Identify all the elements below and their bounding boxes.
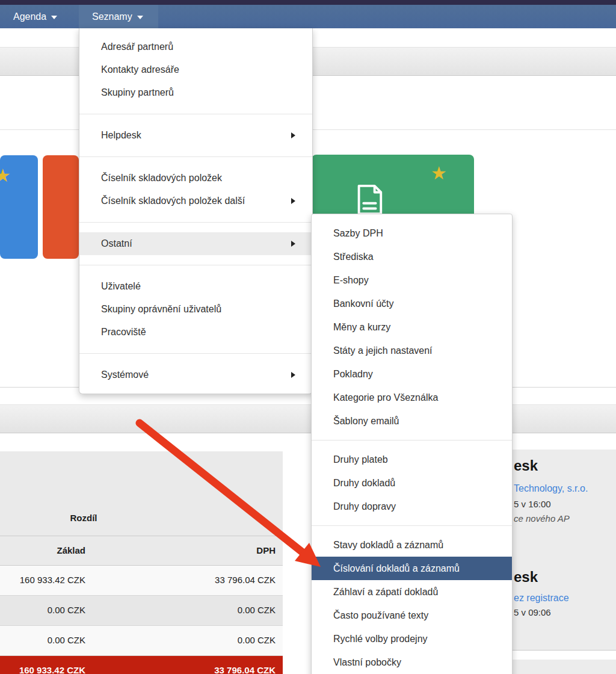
- submenu-item-staty-a-jejich-nastaveni[interactable]: Státy a jejich nastavení: [312, 339, 512, 362]
- table-total-cell: 160 933.42 CZK: [0, 656, 85, 674]
- helpdesk-card-link[interactable]: Technology, s.r.o.: [514, 483, 588, 494]
- menu-item-ostatni[interactable]: Ostatní: [79, 232, 312, 255]
- table-header-row: Základ DPH: [0, 536, 283, 566]
- helpdesk-card-link[interactable]: ez registrace: [514, 593, 569, 604]
- menu-item-label: Číselník skladových položek další: [101, 196, 245, 206]
- menu-item-pracoviste[interactable]: Pracoviště: [79, 321, 312, 344]
- table-total-row: 160 933.42 CZK 33 796.04 CZK: [0, 656, 283, 674]
- table-row: 0.00 CZK 0.00 CZK: [0, 626, 283, 656]
- table-cell: 0.00 CZK: [0, 596, 85, 626]
- helpdesk-card-title: esk: [514, 569, 538, 586]
- table-total-cell: 33 796.04 CZK: [90, 656, 276, 674]
- menu-divider: [79, 156, 312, 157]
- submenu-item-kategorie-pro-vseznalka[interactable]: Kategorie pro Všeználka: [312, 386, 512, 409]
- menu-divider: [79, 353, 312, 354]
- dashboard-tile-blue[interactable]: ★: [0, 155, 38, 259]
- submenu-arrow-icon: [291, 132, 295, 138]
- navbar-item-agenda[interactable]: Agenda: [0, 5, 70, 28]
- submenu-item-vlastni-pobocky[interactable]: Vlastní pobočky: [312, 651, 512, 674]
- menu-divider: [312, 440, 512, 441]
- submenu-item-cislovani-dokladu-a-zaznamu[interactable]: Číslování dokladů a záznamů: [312, 557, 512, 580]
- submenu-item-sablony-emailu[interactable]: Šablony emailů: [312, 409, 512, 433]
- submenu-arrow-icon: [291, 372, 295, 378]
- submenu-arrow-icon: [291, 241, 295, 247]
- menu-item-skupiny-opravneni-uzivatelu[interactable]: Skupiny oprávnění uživatelů: [79, 298, 312, 321]
- submenu-item-sazby-dph[interactable]: Sazby DPH: [312, 221, 512, 245]
- table-cell: 0.00 CZK: [0, 626, 85, 656]
- ostatni-submenu: Sazby DPH Střediska E-shopy Bankovní účt…: [311, 214, 513, 674]
- table-cell: 0.00 CZK: [90, 596, 276, 626]
- caret-down-icon: [137, 16, 143, 19]
- menu-item-label: Systémové: [101, 369, 149, 380]
- table-row: 160 933.42 CZK 33 796.04 CZK: [0, 566, 283, 596]
- submenu-item-druhy-dopravy[interactable]: Druhy dopravy: [312, 495, 512, 518]
- submenu-item-rychle-volby-prodejny[interactable]: Rychlé volby prodejny: [312, 627, 512, 651]
- menu-item-kontakty-adresare[interactable]: Kontakty adresáře: [79, 58, 312, 81]
- submenu-item-pokladny[interactable]: Pokladny: [312, 362, 512, 386]
- menu-item-ciselnik-skladovych-polozek[interactable]: Číselník skladových položek: [79, 167, 312, 190]
- helpdesk-card-note: ce nového AP: [514, 513, 570, 524]
- table-cell: 33 796.04 CZK: [90, 566, 276, 596]
- submenu-item-druhy-dokladu[interactable]: Druhy dokladů: [312, 471, 512, 495]
- helpdesk-card-time: 5 v 16:00: [514, 499, 551, 509]
- submenu-item-strediska[interactable]: Střediska: [312, 245, 512, 268]
- column-header-zaklad: Základ: [0, 536, 85, 566]
- menu-divider: [79, 114, 312, 114]
- menu-divider: [312, 525, 512, 526]
- helpdesk-cards-area: esk Technology, s.r.o. 5 v 16:00 ce nové…: [513, 450, 616, 674]
- menu-item-helpdesk[interactable]: Helpdesk: [79, 124, 312, 147]
- table-cell: 160 933.42 CZK: [0, 566, 85, 596]
- navbar-top-strip: [0, 0, 616, 5]
- menu-item-ciselnik-skladovych-polozek-dalsi[interactable]: Číselník skladových položek další: [79, 190, 312, 212]
- submenu-item-bankovni-ucty[interactable]: Bankovní účty: [312, 292, 512, 315]
- helpdesk-card-title: esk: [514, 457, 538, 474]
- star-icon: ★: [431, 164, 447, 182]
- menu-item-uzivatele[interactable]: Uživatelé: [79, 275, 312, 298]
- dashboard-tile-orange[interactable]: [43, 155, 79, 259]
- helpdesk-card-time: 5 v 09:06: [514, 607, 551, 617]
- top-navbar: Agenda Seznamy: [0, 0, 616, 28]
- submenu-item-druhy-plateb[interactable]: Druhy plateb: [312, 448, 512, 471]
- submenu-item-e-shopy[interactable]: E-shopy: [312, 268, 512, 292]
- table-cell: 0.00 CZK: [90, 626, 276, 656]
- table-group-header: Rozdíl: [0, 513, 167, 523]
- submenu-item-stavy-dokladu-a-zaznamu[interactable]: Stavy dokladů a záznamů: [312, 533, 512, 557]
- seznamy-dropdown-menu: Adresář partnerů Kontakty adresáře Skupi…: [79, 28, 313, 394]
- menu-item-label: Ostatní: [101, 238, 132, 249]
- menu-item-skupiny-partneru[interactable]: Skupiny partnerů: [79, 81, 312, 104]
- column-header-dph: DPH: [90, 536, 276, 566]
- table-row: 0.00 CZK 0.00 CZK: [0, 596, 283, 626]
- menu-divider: [79, 222, 312, 223]
- navbar-item-label: Agenda: [13, 11, 46, 22]
- star-icon: ★: [0, 167, 11, 185]
- navbar-item-seznamy[interactable]: Seznamy: [79, 5, 158, 28]
- menu-item-adresar-partneru[interactable]: Adresář partnerů: [79, 36, 312, 58]
- card-gap: [513, 650, 616, 660]
- submenu-item-casto-pouzivane-texty[interactable]: Často používané texty: [312, 604, 512, 627]
- submenu-item-meny-a-kurzy[interactable]: Měny a kurzy: [312, 315, 512, 339]
- submenu-item-zahlavi-a-zapati-dokladu[interactable]: Záhlaví a zápatí dokladů: [312, 580, 512, 604]
- caret-down-icon: [51, 16, 57, 19]
- summary-panel: Rozdíl Základ DPH 160 933.42 CZK 33 796.…: [0, 451, 283, 674]
- menu-divider: [79, 265, 312, 265]
- background-band-middle: [0, 404, 616, 433]
- menu-item-systemove[interactable]: Systémové: [79, 363, 312, 386]
- menu-item-label: Helpdesk: [101, 130, 141, 140]
- navbar-item-label: Seznamy: [92, 11, 132, 22]
- submenu-arrow-icon: [291, 198, 295, 204]
